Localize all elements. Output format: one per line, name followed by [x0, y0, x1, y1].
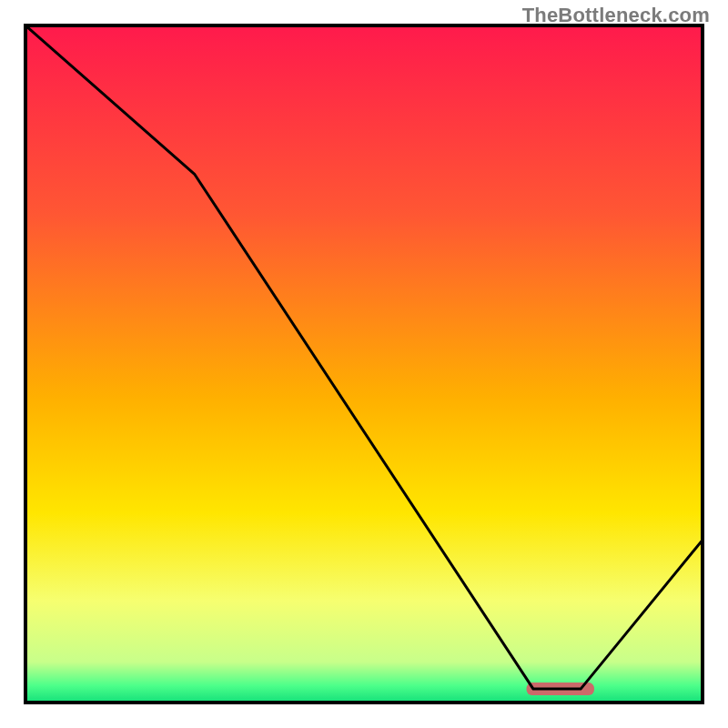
chart-container: TheBottleneck.com [0, 0, 728, 728]
bottleneck-chart [0, 0, 728, 728]
attribution-text: TheBottleneck.com [522, 4, 710, 27]
gradient-background [25, 25, 703, 703]
